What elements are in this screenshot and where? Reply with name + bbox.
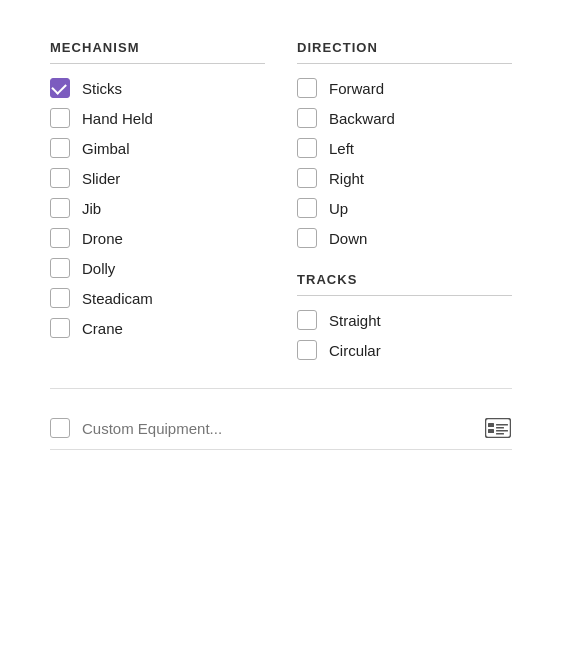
tracks-item-circular[interactable]: Circular: [297, 340, 512, 360]
tracks-item-straight[interactable]: Straight: [297, 310, 512, 330]
mechanism-item-dolly[interactable]: Dolly: [50, 258, 265, 278]
label-crane: Crane: [82, 320, 123, 337]
direction-item-right[interactable]: Right: [297, 168, 512, 188]
svg-rect-6: [496, 433, 504, 435]
svg-rect-4: [496, 427, 504, 429]
tracks-list: StraightCircular: [297, 310, 512, 360]
tracks-section: TRACKS StraightCircular: [297, 272, 512, 360]
direction-column: DIRECTION ForwardBackwardLeftRightUpDown…: [297, 40, 512, 360]
card-list-icon: [484, 417, 512, 439]
label-dolly: Dolly: [82, 260, 115, 277]
label-jib: Jib: [82, 200, 101, 217]
label-down: Down: [329, 230, 367, 247]
checkbox-circular[interactable]: [297, 340, 317, 360]
label-drone: Drone: [82, 230, 123, 247]
direction-header: DIRECTION: [297, 40, 512, 64]
label-up: Up: [329, 200, 348, 217]
mechanism-item-crane[interactable]: Crane: [50, 318, 265, 338]
label-hand-held: Hand Held: [82, 110, 153, 127]
checkbox-backward[interactable]: [297, 108, 317, 128]
checkbox-hand-held[interactable]: [50, 108, 70, 128]
label-right: Right: [329, 170, 364, 187]
direction-item-up[interactable]: Up: [297, 198, 512, 218]
checkbox-gimbal[interactable]: [50, 138, 70, 158]
mechanism-item-slider[interactable]: Slider: [50, 168, 265, 188]
custom-equipment-input[interactable]: [82, 420, 472, 437]
svg-rect-3: [496, 424, 508, 426]
svg-rect-2: [488, 429, 494, 433]
label-steadicam: Steadicam: [82, 290, 153, 307]
mechanism-item-sticks[interactable]: Sticks: [50, 78, 265, 98]
direction-item-down[interactable]: Down: [297, 228, 512, 248]
checkbox-left[interactable]: [297, 138, 317, 158]
direction-list: ForwardBackwardLeftRightUpDown: [297, 78, 512, 248]
mechanism-item-hand-held[interactable]: Hand Held: [50, 108, 265, 128]
label-circular: Circular: [329, 342, 381, 359]
mechanism-column: MECHANISM SticksHand HeldGimbalSliderJib…: [50, 40, 265, 338]
direction-item-backward[interactable]: Backward: [297, 108, 512, 128]
checkbox-drone[interactable]: [50, 228, 70, 248]
checkbox-down[interactable]: [297, 228, 317, 248]
checkbox-sticks[interactable]: [50, 78, 70, 98]
custom-equipment-checkbox[interactable]: [50, 418, 70, 438]
mechanism-header: MECHANISM: [50, 40, 265, 64]
divider: [50, 388, 512, 389]
direction-item-forward[interactable]: Forward: [297, 78, 512, 98]
tracks-header: TRACKS: [297, 272, 512, 296]
checkbox-dolly[interactable]: [50, 258, 70, 278]
custom-equipment-row: [50, 417, 512, 450]
label-sticks: Sticks: [82, 80, 122, 97]
label-straight: Straight: [329, 312, 381, 329]
label-forward: Forward: [329, 80, 384, 97]
label-slider: Slider: [82, 170, 120, 187]
direction-item-left[interactable]: Left: [297, 138, 512, 158]
checkbox-jib[interactable]: [50, 198, 70, 218]
checkbox-right[interactable]: [297, 168, 317, 188]
label-left: Left: [329, 140, 354, 157]
checkbox-slider[interactable]: [50, 168, 70, 188]
checkbox-crane[interactable]: [50, 318, 70, 338]
checkbox-steadicam[interactable]: [50, 288, 70, 308]
label-gimbal: Gimbal: [82, 140, 130, 157]
mechanism-item-gimbal[interactable]: Gimbal: [50, 138, 265, 158]
mechanism-list: SticksHand HeldGimbalSliderJibDroneDolly…: [50, 78, 265, 338]
checkbox-up[interactable]: [297, 198, 317, 218]
checkbox-straight[interactable]: [297, 310, 317, 330]
mechanism-item-steadicam[interactable]: Steadicam: [50, 288, 265, 308]
mechanism-item-jib[interactable]: Jib: [50, 198, 265, 218]
svg-rect-5: [496, 430, 508, 432]
mechanism-item-drone[interactable]: Drone: [50, 228, 265, 248]
checkbox-forward[interactable]: [297, 78, 317, 98]
svg-rect-1: [488, 423, 494, 427]
label-backward: Backward: [329, 110, 395, 127]
